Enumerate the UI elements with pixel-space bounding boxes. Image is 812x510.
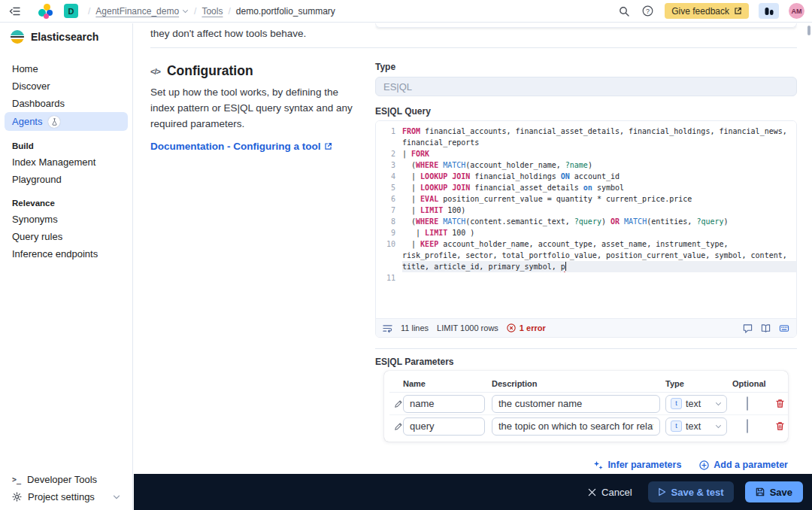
delete-parameter-button[interactable]	[775, 399, 787, 408]
sidebar-item-home[interactable]: Home	[5, 60, 128, 77]
section-title: Configuration	[167, 63, 253, 79]
code-line[interactable]: 6 | EVAL position_current_value = quanti…	[376, 193, 796, 205]
delete-parameter-button[interactable]	[775, 421, 787, 431]
external-link-icon	[324, 142, 332, 150]
code-line[interactable]: 11	[376, 272, 796, 284]
sparkles-icon	[593, 460, 603, 470]
breadcrumb-item[interactable]: demo.portfolio_summary	[236, 6, 335, 17]
chevron-down-icon	[715, 402, 722, 406]
previous-panel-bottom-edge	[375, 23, 797, 28]
type-field[interactable]: ES|QL	[375, 77, 797, 96]
help-button[interactable]: ?	[641, 4, 655, 18]
collapse-sidebar-button[interactable]	[8, 5, 22, 18]
param-name-input[interactable]	[403, 395, 485, 413]
code-icon: </>	[150, 67, 160, 76]
svg-text:?: ?	[646, 8, 650, 15]
param-type-select[interactable]: ttext	[665, 417, 727, 436]
code-line[interactable]: 4 | LOOKUP JOIN financial_holdings ON ac…	[376, 171, 796, 182]
feedback-comment-icon[interactable]	[743, 323, 753, 333]
cancel-button[interactable]: Cancel	[583, 486, 636, 499]
user-avatar[interactable]: AM	[789, 3, 804, 19]
code-line-content: | LIMIT 100 )	[402, 227, 796, 238]
sidebar-item-index-management[interactable]: Index Management	[5, 153, 128, 171]
breadcrumb-item[interactable]: AgentFinance_demo	[95, 6, 189, 17]
save-and-test-button[interactable]: Save & test	[648, 481, 734, 502]
code-line[interactable]: risk_profile, sector, total_portfolio_va…	[376, 250, 796, 261]
word-wrap-icon[interactable]	[383, 323, 392, 333]
error-count-label: 1 error	[520, 323, 546, 332]
code-line[interactable]: 8 (WHERE MATCH(content.semantic_text, ?q…	[376, 216, 796, 227]
param-type-select[interactable]: ttext	[665, 395, 727, 413]
column-header-type: Type	[665, 379, 732, 388]
code-line[interactable]: 7 | LIMIT 100)	[376, 205, 796, 216]
code-line[interactable]: 3 (WHERE MATCH(account_holder_name, ?nam…	[376, 159, 796, 171]
error-indicator[interactable]: 1 error	[507, 323, 546, 332]
project-badge[interactable]: D	[64, 4, 78, 18]
code-line[interactable]: 9 | LIMIT 100 )	[376, 227, 796, 238]
documentation-link-label: Documentation - Configuring a tool	[150, 141, 320, 152]
line-number: 7	[376, 205, 402, 216]
param-optional-checkbox[interactable]	[747, 396, 748, 411]
sidebar-item-dashboards[interactable]: Dashboards	[5, 95, 128, 112]
sidebar-item-discover[interactable]: Discover	[5, 77, 128, 95]
sidebar-item-query-rules[interactable]: Query rules	[5, 228, 128, 245]
line-number: 3	[376, 159, 402, 171]
breadcrumb-separator: /	[228, 6, 230, 17]
code-line[interactable]: 5 | LOOKUP JOIN financial_asset_details …	[376, 182, 796, 193]
code-line-content: (WHERE MATCH(account_holder_name, ?name)	[402, 159, 796, 171]
code-line[interactable]: 10 | KEEP account_holder_name, account_t…	[376, 238, 796, 250]
column-header-description: Description	[492, 379, 665, 388]
sidebar-item-synonyms[interactable]: Synonyms	[5, 211, 128, 228]
ai-assistant-icon	[764, 7, 774, 16]
scrollbar-thumb[interactable]	[807, 26, 810, 35]
previous-section-note: they don't affect how tools behave.	[150, 28, 797, 39]
keyboard-shortcuts-icon[interactable]	[779, 323, 789, 333]
elasticsearch-logo	[11, 30, 24, 44]
infer-parameters-button[interactable]: Infer parameters	[593, 460, 681, 470]
ai-assistant-button[interactable]	[759, 3, 779, 19]
code-line[interactable]: financial_reports	[376, 137, 796, 148]
breadcrumb-item[interactable]: Tools	[201, 6, 223, 17]
esql-parameters-label: ES|QL Parameters	[375, 357, 797, 367]
param-description-input[interactable]	[492, 395, 660, 413]
section-divider	[150, 47, 797, 48]
code-line-content: | FORK	[402, 148, 796, 159]
param-name-input[interactable]	[403, 417, 485, 436]
add-parameter-button[interactable]: Add a parameter	[699, 460, 788, 470]
code-line[interactable]: 2| FORK	[376, 148, 796, 159]
documentation-icon[interactable]	[761, 323, 771, 333]
sidebar-item-label: Dashboards	[12, 98, 65, 109]
esql-query-label: ES|QL Query	[375, 106, 797, 117]
sidebar-item-project-settings[interactable]: Project settings	[5, 488, 128, 505]
line-number	[376, 137, 402, 148]
param-description-input[interactable]	[492, 417, 660, 436]
esql-code-editor[interactable]: 1FROM financial_accounts, financial_asse…	[376, 121, 796, 318]
pencil-icon	[394, 399, 403, 408]
sidebar-item-inference-endpoints[interactable]: Inference endpoints	[5, 245, 128, 263]
save-label: Save	[770, 487, 792, 498]
param-optional-checkbox[interactable]	[747, 419, 748, 433]
form-divider	[375, 348, 797, 349]
give-feedback-button[interactable]: Give feedback	[665, 3, 749, 19]
sidebar-header: Elasticsearch	[0, 23, 132, 44]
save-button[interactable]: Save	[745, 481, 803, 502]
help-icon: ?	[642, 5, 653, 17]
documentation-link[interactable]: Documentation - Configuring a tool	[150, 141, 332, 152]
give-feedback-label: Give feedback	[671, 6, 729, 17]
code-line[interactable]: title, article_id, primary_symbol, p	[376, 261, 796, 272]
sidebar-footer: >_ Developer Tools Project settings	[0, 471, 132, 505]
trash-icon	[775, 399, 785, 408]
sidebar-item-agents[interactable]: Agents	[5, 112, 128, 131]
code-line[interactable]: 1FROM financial_accounts, financial_asse…	[376, 126, 796, 137]
sidebar-item-developer-tools[interactable]: >_ Developer Tools	[5, 471, 128, 488]
search-button[interactable]	[617, 5, 631, 18]
tech-preview-badge	[48, 116, 60, 128]
bottom-action-bar: Cancel Save & test Save	[134, 474, 812, 510]
line-number: 2	[376, 148, 402, 159]
line-number: 1	[376, 126, 402, 137]
column-header-name: Name	[403, 379, 492, 388]
parameter-row: ttext	[389, 393, 788, 415]
save-icon	[756, 487, 765, 496]
chevron-down-icon	[715, 424, 722, 429]
sidebar-item-playground[interactable]: Playground	[5, 171, 128, 188]
